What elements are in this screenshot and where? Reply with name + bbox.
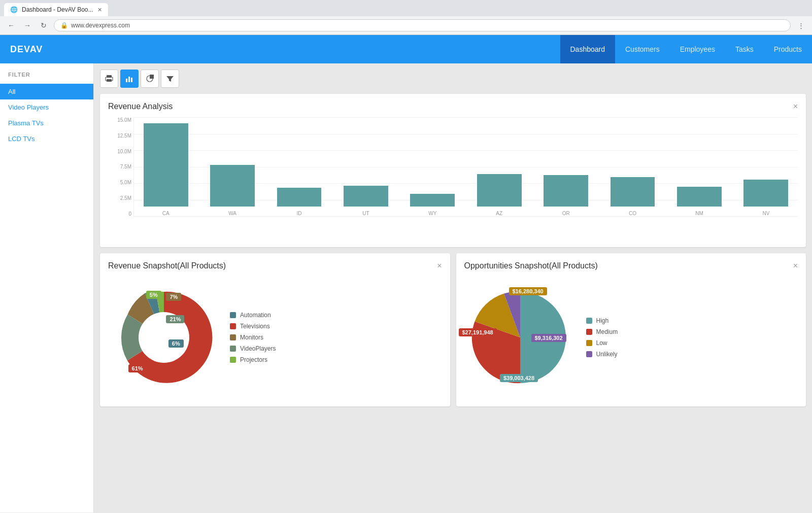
browser-title-bar: 🌐 Dashboard - DevAV Boo... ✕: [0, 0, 812, 16]
bar-or: OR: [534, 117, 597, 216]
bar-chart-button[interactable]: [120, 70, 139, 88]
svg-rect-2: [107, 79, 112, 82]
donut-svg: [108, 282, 220, 393]
opp-label-low: $16,280,340: [509, 287, 547, 295]
revenue-analysis-chart: 15.0M 12.5M 10.0M 7.5M 5.0M 2.5M 0: [108, 117, 798, 239]
pie-segment-high: [520, 292, 566, 337]
reload-button[interactable]: ↻: [38, 19, 50, 31]
revenue-snapshot-close[interactable]: ×: [437, 261, 442, 270]
svg-rect-4: [128, 77, 130, 82]
bar-nm: NM: [667, 117, 731, 216]
bar-nv: NV: [734, 117, 798, 216]
toolbar: [100, 70, 806, 88]
bar-co: CO: [601, 117, 664, 216]
sidebar-item-plasma-tvs[interactable]: Plasma TVs: [0, 115, 93, 131]
main-layout: FILTER All Video Players Plasma TVs LCD …: [0, 63, 812, 512]
sidebar: FILTER All Video Players Plasma TVs LCD …: [0, 63, 94, 512]
y-axis: 15.0M 12.5M 10.0M 7.5M 5.0M 2.5M 0: [108, 117, 131, 217]
opportunities-snapshot-card: Opportunities Snapshot(All Products) ×: [456, 253, 806, 406]
revenue-analysis-card: Revenue Analysis ×: [100, 94, 806, 247]
filter-icon: [166, 75, 174, 83]
print-icon: [105, 75, 113, 83]
revenue-analysis-close[interactable]: ×: [793, 102, 798, 111]
nav-item-employees[interactable]: Employees: [670, 35, 725, 63]
revenue-snapshot-header: Revenue Snapshot(All Products) ×: [108, 261, 442, 270]
opp-label-medium: $27,191,948: [459, 328, 497, 336]
url-lock-icon: 🔒: [60, 22, 68, 29]
revenue-snapshot-card: Revenue Snapshot(All Products) ×: [100, 253, 450, 406]
legend-item-televisions: Televisions: [230, 323, 276, 330]
legend-item-videoplayers: VideoPlayers: [230, 345, 276, 352]
logo-text: DEVAV: [10, 44, 43, 54]
nav-item-products[interactable]: Products: [764, 35, 812, 63]
pie-label-automation: 61%: [128, 364, 147, 372]
nav-item-dashboard[interactable]: Dashboard: [560, 35, 616, 63]
filter-label: FILTER: [0, 72, 93, 84]
revenue-analysis-title: Revenue Analysis: [108, 102, 173, 111]
legend-item-low: Low: [586, 339, 618, 347]
revenue-donut-chart: 61% 21% 7% 6% 5%: [108, 282, 220, 393]
bar-ut: UT: [334, 117, 397, 216]
pie-chart-button[interactable]: [141, 70, 159, 88]
legend-item-projectors: Projectors: [230, 356, 276, 363]
sidebar-item-video-players[interactable]: Video Players: [0, 99, 93, 115]
opportunities-snapshot-title: Opportunities Snapshot(All Products): [464, 261, 598, 270]
app-container: DEVAV Dashboard Customers Employees Task…: [0, 35, 812, 512]
back-button[interactable]: ←: [5, 19, 17, 31]
pie-label-televisions: 21%: [166, 315, 184, 323]
nav-items-container: Dashboard Customers Employees Tasks Prod…: [560, 35, 813, 63]
top-navigation: DEVAV Dashboard Customers Employees Task…: [0, 35, 812, 63]
legend-item-unlikely: Unlikely: [586, 351, 618, 358]
svg-rect-3: [126, 79, 127, 82]
browser-chrome: 🌐 Dashboard - DevAV Boo... ✕ ← → ↻ 🔒 www…: [0, 0, 812, 35]
bar-wa: WA: [200, 117, 264, 216]
legend-item-monitors: Monitors: [230, 334, 276, 341]
legend-item-high: High: [586, 317, 618, 324]
bar-chart-icon: [125, 75, 133, 83]
opportunities-snapshot-close[interactable]: ×: [793, 261, 798, 270]
bars-area: CA WA ID UT: [133, 117, 798, 217]
sidebar-item-all[interactable]: All: [0, 84, 93, 99]
url-bar[interactable]: 🔒 www.devexpress.com: [54, 19, 791, 31]
bar-az: AZ: [467, 117, 531, 216]
revenue-snapshot-chart-container: 61% 21% 7% 6% 5% Automation: [108, 277, 442, 398]
opportunities-legend: High Medium Low: [586, 317, 618, 358]
pie-label-monitors: 7%: [166, 293, 181, 301]
pie-label-videoplayers: 6%: [168, 339, 184, 348]
content-area: Revenue Analysis ×: [94, 63, 812, 512]
nav-item-customers[interactable]: Customers: [615, 35, 670, 63]
bar-ca: CA: [134, 117, 197, 216]
url-text: www.devexpress.com: [71, 22, 130, 29]
pie-label-projectors: 5%: [146, 291, 161, 299]
browser-menu-button[interactable]: ⋮: [795, 19, 807, 31]
svg-rect-5: [131, 78, 132, 82]
bar-id: ID: [267, 117, 331, 216]
opp-label-unlikely: $9,316,302: [531, 334, 566, 342]
legend-item-automation: Automation: [230, 312, 276, 319]
bar-wy: WY: [401, 117, 464, 216]
legend-item-medium: Medium: [586, 328, 618, 335]
print-button[interactable]: [100, 70, 118, 88]
opportunities-chart-container: $39,003,428 $27,191,948 $16,280,340 $9,3…: [464, 277, 798, 398]
bottom-row: Revenue Snapshot(All Products) ×: [100, 253, 806, 406]
opportunities-snapshot-header: Opportunities Snapshot(All Products) ×: [464, 261, 798, 270]
nav-item-tasks[interactable]: Tasks: [725, 35, 764, 63]
forward-button[interactable]: →: [21, 19, 33, 31]
filter-button[interactable]: [161, 70, 179, 88]
tab-favicon: 🌐: [10, 6, 18, 13]
tab-close-button[interactable]: ✕: [97, 7, 102, 13]
opp-label-high: $39,003,428: [500, 374, 538, 382]
tab-title: Dashboard - DevAV Boo...: [22, 6, 93, 13]
browser-nav-bar: ← → ↻ 🔒 www.devexpress.com ⋮: [0, 16, 812, 35]
revenue-analysis-header: Revenue Analysis ×: [108, 102, 798, 111]
browser-tab[interactable]: 🌐 Dashboard - DevAV Boo... ✕: [4, 3, 108, 16]
revenue-snapshot-title: Revenue Snapshot(All Products): [108, 261, 226, 270]
revenue-snapshot-legend: Automation Televisions Monitors: [230, 312, 276, 363]
opportunities-pie-chart: $39,003,428 $27,191,948 $16,280,340 $9,3…: [464, 282, 576, 393]
pie-chart-icon: [146, 75, 154, 83]
sidebar-item-lcd-tvs[interactable]: LCD TVs: [0, 131, 93, 147]
app-logo: DEVAV: [0, 44, 53, 55]
